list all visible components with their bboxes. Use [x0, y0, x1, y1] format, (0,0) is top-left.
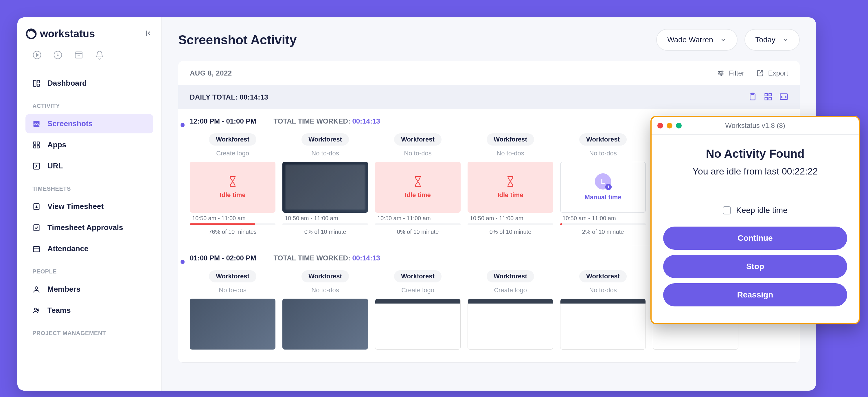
screenshot-thumbnail[interactable]: [282, 162, 368, 213]
date-text: AUG 8, 2022: [190, 69, 232, 77]
svg-point-25: [719, 73, 720, 74]
date-actions: Filter Export: [717, 69, 788, 77]
idle-thumbnail[interactable]: Idle time: [190, 162, 275, 213]
filter-button[interactable]: Filter: [717, 69, 744, 77]
continue-button[interactable]: Continue: [663, 226, 847, 250]
idle-thumbnail[interactable]: Idle time: [468, 162, 553, 213]
screenshot-card: Workforest No to-dos 10:50 am - 11:00 am…: [282, 133, 368, 235]
activity-percent: 2% of 10 minute: [582, 228, 624, 235]
screenshots-icon: [32, 120, 40, 128]
section-label-pm: PROJECT MANAGEMENT: [26, 322, 153, 341]
nav-teams[interactable]: Teams: [26, 301, 153, 320]
timestamp: 10:50 am - 11:00 am: [375, 215, 431, 222]
activity-progress: [190, 223, 275, 225]
todo-text: No to-dos: [589, 150, 617, 157]
screenshot-card: Workforest No to-dos: [282, 270, 368, 352]
download-icon[interactable]: [53, 50, 62, 61]
screenshot-card: Workforest Create logo Idle time 10:50 a…: [190, 133, 275, 235]
maximize-window-button[interactable]: [676, 123, 682, 128]
grid-view-icon[interactable]: [764, 92, 773, 102]
idle-label: Idle time: [220, 191, 245, 199]
section-label-activity: ACTIVITY: [26, 95, 153, 114]
svg-rect-17: [34, 246, 40, 252]
svg-point-26: [721, 74, 722, 76]
user-selector[interactable]: Wade Warren: [656, 29, 737, 51]
screenshot-card: Workforest No to-dos L Manual time 10:50…: [560, 133, 646, 235]
project-tag: Workforest: [209, 270, 256, 282]
reassign-button[interactable]: Reassign: [663, 283, 847, 306]
screenshot-card: Workforest No to-dos: [560, 270, 646, 352]
minimize-window-button[interactable]: [666, 123, 673, 128]
screenshot-thumbnail[interactable]: [375, 299, 461, 349]
worked-label: TOTAL TIME WORKED: 00:14:13: [273, 254, 380, 262]
bell-icon[interactable]: [95, 50, 104, 61]
todo-text: Create logo: [216, 150, 249, 157]
idle-thumbnail[interactable]: Idle time: [375, 162, 461, 213]
nav-attendance[interactable]: Attendance: [26, 239, 153, 258]
nav-screenshots[interactable]: Screenshots: [26, 114, 153, 133]
hourglass-icon: [227, 176, 239, 187]
date-selector[interactable]: Today: [744, 29, 800, 51]
svg-rect-8: [37, 84, 39, 86]
nav-view-timesheet[interactable]: View Timesheet: [26, 197, 153, 216]
traffic-lights: [657, 123, 682, 128]
svg-rect-5: [75, 52, 82, 58]
archive-icon[interactable]: [74, 50, 83, 61]
filter-icon: [717, 69, 725, 77]
svg-rect-6: [34, 80, 36, 86]
nav-url[interactable]: URL: [26, 156, 153, 176]
screenshot-thumbnail[interactable]: [560, 299, 646, 349]
modal-heading: No Activity Found: [663, 147, 847, 160]
keep-idle-checkbox[interactable]: [723, 206, 731, 214]
keep-idle-label: Keep idle time: [736, 206, 787, 215]
nav-timesheet-approvals[interactable]: Timesheet Approvals: [26, 218, 153, 237]
export-button[interactable]: Export: [756, 69, 788, 77]
todo-text: No to-dos: [311, 286, 339, 294]
svg-rect-31: [765, 97, 768, 100]
screenshot-thumbnail[interactable]: [468, 299, 553, 349]
todo-text: Create logo: [494, 286, 527, 294]
activity-progress: [468, 223, 553, 225]
project-tag: Workforest: [579, 270, 627, 282]
timestamp: 10:50 am - 11:00 am: [560, 215, 616, 222]
screenshot-thumbnail[interactable]: [282, 299, 368, 349]
header-controls: Wade Warren Today: [656, 29, 800, 51]
chevron-down-icon: [782, 37, 789, 43]
date-selector-value: Today: [755, 35, 775, 44]
time-range: 01:00 PM - 02:00 PM: [190, 254, 256, 262]
activity-percent: 0% of 10 minute: [490, 228, 531, 235]
activity-progress: [282, 223, 368, 225]
section-label-timesheets: TIMESHEETS: [26, 177, 153, 197]
nav-dashboard[interactable]: Dashboard: [26, 73, 153, 93]
activity-progress: [560, 223, 646, 225]
nav-label: View Timesheet: [48, 202, 103, 211]
nav-apps[interactable]: Apps: [26, 135, 153, 154]
svg-point-19: [34, 308, 36, 310]
screenshot-card: Workforest No to-dos: [190, 270, 275, 352]
project-tag: Workforest: [302, 270, 349, 282]
nav-label: Apps: [48, 140, 66, 149]
close-window-button[interactable]: [657, 123, 663, 128]
screenshot-card: Workforest No to-dos Idle time 10:50 am …: [468, 133, 553, 235]
modal-body: No Activity Found You are idle from last…: [652, 134, 859, 323]
screenshot-thumbnail[interactable]: [190, 299, 275, 349]
project-tag: Workforest: [302, 133, 349, 146]
svg-rect-11: [37, 142, 39, 144]
manual-thumbnail[interactable]: L Manual time: [560, 162, 646, 213]
members-icon: [32, 285, 40, 294]
activity-progress: [375, 223, 461, 225]
stop-button[interactable]: Stop: [663, 255, 847, 278]
code-view-icon[interactable]: [779, 92, 788, 102]
export-label: Export: [768, 69, 788, 77]
nav-members[interactable]: Members: [26, 279, 153, 299]
workstatus-logo-icon: [26, 28, 37, 40]
play-icon[interactable]: [32, 50, 42, 61]
user-selector-value: Wade Warren: [667, 35, 713, 44]
project-tag: Workforest: [487, 270, 534, 282]
clipboard-view-icon[interactable]: [748, 92, 757, 102]
collapse-sidebar-button[interactable]: [145, 29, 153, 38]
screenshot-card: Workforest Create logo: [468, 270, 553, 352]
todo-text: No to-dos: [404, 150, 431, 157]
logo-row: workstatus: [26, 28, 153, 40]
activity-percent: 76% of 10 minutes: [209, 228, 257, 235]
